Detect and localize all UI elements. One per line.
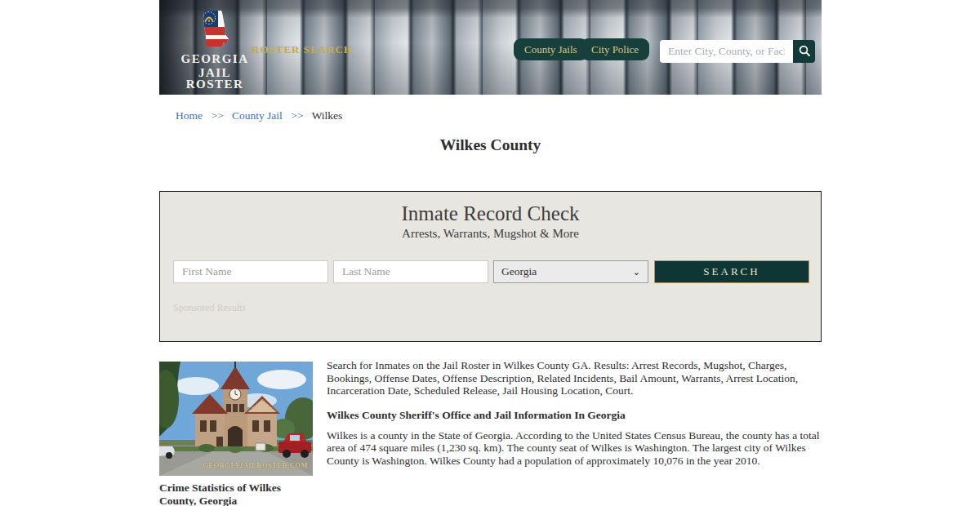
intro-paragraph: Search for Inmates on the Jail Roster in… (327, 359, 822, 397)
sponsored-results-label: Sponsored Results (173, 302, 246, 314)
breadcrumb-home-link[interactable]: Home (176, 109, 203, 122)
section-heading: Wilkes County Sheriff's Office and Jail … (327, 409, 822, 422)
logo-line1: GEORGIA (174, 53, 256, 64)
courthouse-photo: GEORGIAJAILROSTER.COM (159, 362, 313, 476)
chevron-down-icon: ⌄ (633, 267, 640, 277)
crime-stats-caption: Crime Statistics of Wilkes County, Georg… (159, 482, 313, 506)
nav-city-police-button[interactable]: City Police (581, 38, 649, 60)
breadcrumb: Home >> County Jail >> Wilkes (159, 95, 822, 122)
facility-search-button[interactable] (793, 40, 815, 63)
last-name-input[interactable] (333, 260, 488, 283)
georgia-flag-icon (200, 10, 229, 51)
nav-county-jails-button[interactable]: County Jails (514, 38, 588, 60)
search-icon (798, 44, 811, 60)
breadcrumb-separator: >> (211, 109, 223, 122)
state-select-value: Georgia (501, 265, 537, 278)
inmate-record-check-panel: Inmate Record Check Arrests, Warrants, M… (159, 191, 822, 342)
breadcrumb-separator: >> (291, 109, 303, 122)
page: GEORGIA JAIL ROSTER ROSTER SEARCH County… (0, 0, 980, 506)
main-content: GEORGIAJAILROSTER.COM Crime Statistics o… (159, 362, 822, 506)
first-name-input[interactable] (173, 260, 328, 283)
logo-line2: JAIL ROSTER (174, 67, 256, 90)
roster-search-label: ROSTER SEARCH (252, 43, 353, 56)
page-title: Wilkes County (159, 136, 822, 154)
breadcrumb-county-jail-link[interactable]: County Jail (232, 109, 283, 122)
breadcrumb-current: Wilkes (312, 109, 343, 122)
facility-search (660, 40, 815, 63)
photo-watermark: GEORGIAJAILROSTER.COM (159, 461, 308, 469)
search-button[interactable]: SEARCH (654, 260, 809, 283)
state-select[interactable]: Georgia ⌄ (493, 260, 648, 283)
site-logo[interactable]: GEORGIA JAIL ROSTER (174, 10, 256, 90)
county-description: Wilkes is a county in the State of Georg… (327, 429, 822, 468)
facility-search-input[interactable] (660, 40, 793, 63)
record-check-subtitle: Arrests, Warrants, Mugshot & More (160, 227, 821, 241)
record-check-form: Georgia ⌄ SEARCH (173, 260, 809, 283)
record-check-title: Inmate Record Check (160, 192, 821, 225)
site-header: GEORGIA JAIL ROSTER ROSTER SEARCH County… (159, 0, 822, 95)
